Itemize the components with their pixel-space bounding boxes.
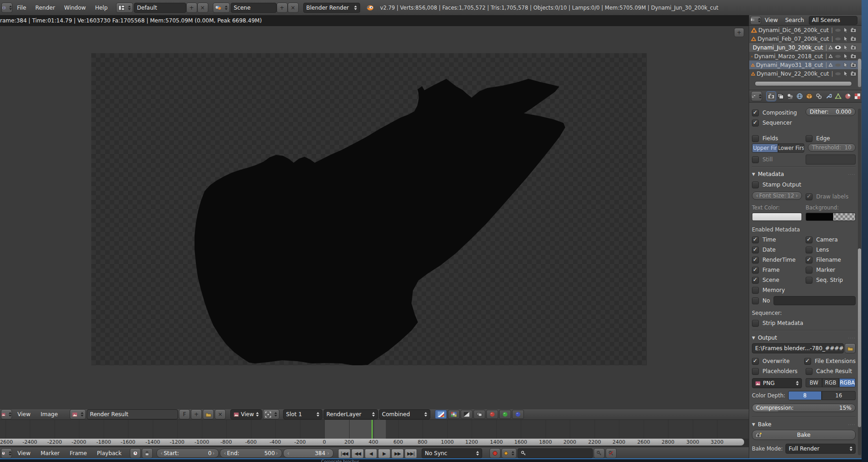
properties-tab-modifiers[interactable]: [824, 92, 833, 101]
channel-red-button[interactable]: [486, 410, 498, 419]
metadata-checkbox[interactable]: [752, 247, 759, 253]
cursor-select-icon[interactable]: [843, 71, 848, 77]
screen-layout-field[interactable]: Default: [134, 3, 186, 13]
lock-range-button[interactable]: [142, 448, 153, 458]
depth-8-button[interactable]: 8: [788, 391, 822, 400]
sequencer-checkbox[interactable]: [752, 120, 759, 126]
cursor-select-icon[interactable]: [843, 36, 848, 42]
cache-result-checkbox[interactable]: [806, 368, 812, 375]
image-menu-image[interactable]: Image: [36, 411, 62, 418]
timeline-menu-playback[interactable]: Playback: [92, 450, 126, 456]
camera-render-icon[interactable]: [850, 54, 857, 59]
bake-button[interactable]: Bake: [752, 430, 856, 440]
camera-render-icon[interactable]: [850, 36, 857, 41]
properties-scrollbar[interactable]: [858, 109, 861, 455]
outliner-row[interactable]: Dynami_Nov_22_200k_cut|: [749, 69, 862, 78]
edge-checkbox[interactable]: [806, 135, 812, 142]
properties-tab-object[interactable]: [805, 92, 814, 101]
sequencer-checkbox-row[interactable]: Sequencer: [752, 118, 802, 128]
image-unlink-button[interactable]: ×: [215, 409, 226, 419]
view-mode-dropdown[interactable]: View: [230, 409, 262, 419]
edge-checkbox-row[interactable]: Edge: [806, 133, 856, 143]
scene-icon-button[interactable]: [213, 3, 230, 13]
current-frame-playhead[interactable]: [372, 420, 373, 439]
fields-checkbox[interactable]: [752, 135, 759, 142]
render-engine-dropdown[interactable]: Blender Render: [303, 3, 360, 13]
cursor-select-icon[interactable]: [843, 27, 848, 33]
jump-start-button[interactable]: |◀◀: [338, 449, 351, 458]
next-keyframe-button[interactable]: ▶▶: [391, 449, 404, 458]
metadata-checkbox[interactable]: [752, 267, 759, 274]
outliner-menu-view[interactable]: View: [761, 17, 781, 23]
note-field[interactable]: [773, 296, 856, 305]
stamp-output-row[interactable]: Stamp Output: [752, 180, 856, 190]
cursor-select-icon[interactable]: [843, 62, 848, 68]
image-editor-viewport[interactable]: +: [0, 26, 749, 409]
timeline-scrollbar[interactable]: -2600-2400-2200-2000-1800-1600-1400-1200…: [0, 439, 749, 446]
camera-render-icon[interactable]: [850, 71, 857, 76]
screen-layout-icon-button[interactable]: [116, 3, 133, 13]
metadata-rendertime-row[interactable]: RenderTime: [752, 255, 802, 265]
depth-16-button[interactable]: 16: [822, 391, 856, 400]
outliner-row[interactable]: Dynami_Mayo31_18_cut|: [749, 60, 862, 69]
metadata-checkbox[interactable]: [752, 287, 759, 294]
editor-type-info-button[interactable]: [1, 3, 12, 13]
eye-closed-icon[interactable]: [835, 28, 841, 33]
properties-tab-texture[interactable]: [853, 92, 862, 101]
metadata-checkbox[interactable]: [806, 257, 812, 264]
lower-first-button[interactable]: Lower Firs: [778, 143, 804, 153]
play-reverse-button[interactable]: ◀: [365, 449, 377, 458]
properties-tab-scene[interactable]: [785, 92, 795, 101]
camera-render-icon[interactable]: [850, 62, 857, 67]
eye-closed-icon[interactable]: [835, 62, 841, 67]
properties-tab-constraints[interactable]: [814, 92, 823, 101]
channel-overlay-button[interactable]: [473, 410, 485, 419]
render-layer-dropdown[interactable]: RenderLayer: [323, 409, 378, 419]
object-name[interactable]: Dynami_Jun_30_200k_cut: [753, 44, 823, 51]
outliner-filter-dropdown[interactable]: All Scenes: [809, 16, 857, 25]
layout-close-button[interactable]: ×: [197, 3, 208, 13]
metadata-checkbox[interactable]: [806, 236, 812, 243]
channel-green-button[interactable]: [499, 410, 511, 419]
layout-add-button[interactable]: +: [186, 3, 197, 13]
play-button[interactable]: ▶: [378, 449, 390, 458]
camera-render-icon[interactable]: [850, 45, 857, 50]
metadata-filename-row[interactable]: Filename: [806, 255, 856, 265]
image-name-field[interactable]: Render Result: [87, 409, 178, 419]
outliner-row[interactable]: Dynami_Feb_07_200k_cut|: [749, 34, 862, 43]
channel-color-alpha-button[interactable]: [435, 410, 447, 419]
fake-user-button[interactable]: F: [179, 409, 190, 419]
taskbar-item[interactable]: Corporate brochur: [321, 459, 359, 462]
frame-end-field[interactable]: ‹ End: 500 ›: [220, 449, 282, 458]
output-path-browse-button[interactable]: [845, 343, 856, 353]
scene-field[interactable]: Scene: [231, 3, 277, 13]
edge-color-swatch[interactable]: [806, 154, 856, 165]
outliner-row[interactable]: Dynami_Dic_06_200k_cut|: [749, 26, 862, 34]
output-section-header[interactable]: ▼ Output ····: [752, 332, 856, 343]
properties-tab-world[interactable]: [795, 92, 804, 101]
cursor-select-icon[interactable]: [843, 44, 848, 50]
metadata-checkbox[interactable]: [806, 267, 812, 274]
channel-zbuffer-button[interactable]: [461, 410, 473, 419]
use-preview-range-button[interactable]: [130, 448, 141, 458]
timeline-menu-frame[interactable]: Frame: [65, 450, 91, 456]
channel-blue-button[interactable]: [512, 410, 524, 419]
menu-window[interactable]: Window: [60, 5, 90, 11]
cache-result-row[interactable]: Cache Result: [806, 366, 856, 376]
properties-tab-render-layers[interactable]: [776, 92, 785, 101]
image-datablock-icon-button[interactable]: [70, 409, 86, 419]
still-checkbox[interactable]: [752, 156, 759, 163]
cursor-select-icon[interactable]: [843, 53, 848, 59]
current-frame-field[interactable]: ‹ 384 ›: [283, 449, 334, 458]
eye-closed-icon[interactable]: [835, 71, 841, 76]
timeline-ruler[interactable]: [0, 419, 749, 439]
metadata-scene-row[interactable]: Scene: [752, 275, 802, 285]
properties-tab-render[interactable]: [767, 92, 776, 101]
region-expand-button[interactable]: +: [734, 28, 744, 37]
frame-start-field[interactable]: ‹ Start: 0 ›: [156, 449, 219, 458]
metadata-camera-row[interactable]: Camera: [806, 235, 856, 245]
active-keying-set-field[interactable]: [517, 448, 593, 458]
metadata-lens-row[interactable]: Lens: [806, 245, 856, 255]
outliner-vscrollbar[interactable]: [858, 59, 861, 87]
file-format-dropdown[interactable]: PNG: [752, 378, 802, 388]
